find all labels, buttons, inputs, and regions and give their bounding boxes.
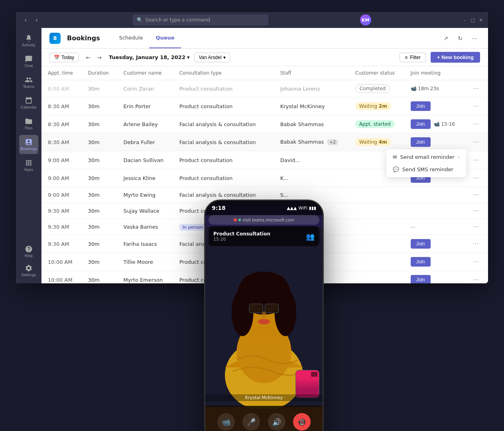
customer-status xyxy=(349,271,404,284)
sidebar-label-apps: Apps xyxy=(24,168,33,172)
appt-time: 8:30 AM xyxy=(41,115,82,133)
sidebar-item-chat[interactable]: Chat xyxy=(19,52,38,71)
more-actions: ··· xyxy=(465,169,488,187)
appt-time: 9:30 AM xyxy=(41,219,82,235)
duration: 30m xyxy=(82,271,117,284)
appt-time: 9:00 AM xyxy=(41,151,82,169)
user-avatar[interactable]: KM xyxy=(360,14,371,26)
more-icon[interactable]: ··· xyxy=(471,221,480,232)
phone-url-bar: visit.teams.microsoft.com xyxy=(209,215,319,225)
join-button[interactable]: Join xyxy=(411,275,431,283)
duration: 30m xyxy=(82,169,117,187)
staff: Babak Shammas +2 xyxy=(274,133,349,151)
join-meeting xyxy=(404,187,465,203)
duration: 30m xyxy=(82,97,117,115)
prev-date-button[interactable]: ← xyxy=(83,53,93,62)
tab-queue[interactable]: Queue xyxy=(149,28,181,48)
customer-name: Dacian Sullivan xyxy=(117,151,173,169)
join-button[interactable]: Join xyxy=(411,119,431,129)
sidebar-item-teams[interactable]: Teams xyxy=(19,73,38,92)
more-actions: ··· xyxy=(465,97,488,115)
svg-rect-11 xyxy=(266,305,278,312)
col-staff: Staff xyxy=(274,66,349,80)
sidebar-item-apps[interactable]: Apps xyxy=(19,156,38,175)
customer-status: Waiting 4m xyxy=(349,133,404,151)
duration: 30m xyxy=(82,151,117,169)
more-icon[interactable]: ··· xyxy=(471,137,480,148)
more-icon[interactable]: ··· xyxy=(471,155,480,166)
join-meeting xyxy=(404,203,465,219)
appt-time: 8:30 AM xyxy=(41,97,82,115)
search-icon: 🔍 xyxy=(137,17,143,23)
more-icon[interactable]: ··· xyxy=(471,190,480,200)
sms-icon: 💬 xyxy=(393,166,399,172)
more-icon[interactable]: ··· xyxy=(471,83,480,94)
join-button[interactable]: Join xyxy=(411,137,431,147)
open-external-button[interactable]: ↗ xyxy=(440,33,451,44)
close-button[interactable]: ✕ xyxy=(478,18,483,22)
video-toggle-button[interactable]: 📹 xyxy=(217,413,235,431)
mute-button[interactable]: 🎤 xyxy=(242,413,260,431)
chevron-right-icon: › xyxy=(458,154,460,160)
call-info-bar: Product Consultation 15:20 👥 xyxy=(209,226,319,246)
duration: 30m xyxy=(82,133,117,151)
sidebar-item-help[interactable]: Help xyxy=(19,242,38,261)
back-button[interactable]: ‹ xyxy=(21,15,30,25)
consultation-type: Facial analysis & consultation xyxy=(173,115,274,133)
col-duration: Duration xyxy=(82,66,117,80)
refresh-button[interactable]: ↻ xyxy=(455,33,466,44)
customer-status xyxy=(349,219,404,235)
end-call-button[interactable]: 📵 xyxy=(293,413,311,431)
consultation-type: Facial analysis & consultation xyxy=(173,133,274,151)
staff: Krystal McKinney xyxy=(274,97,349,115)
send-sms-reminder-item[interactable]: 💬 Send SMS reminder xyxy=(386,163,466,176)
app-header: B Bookings Schedule Queue ↗ ↻ ⋯ xyxy=(41,28,488,49)
more-button[interactable]: ⋯ xyxy=(469,33,480,44)
maximize-button[interactable]: □ xyxy=(471,18,475,22)
speaker-button[interactable]: 🔊 xyxy=(268,413,285,431)
svg-rect-10 xyxy=(250,305,262,312)
date-label[interactable]: Tuesday, January 18, 2022 ▾ xyxy=(109,54,189,60)
more-icon[interactable]: ··· xyxy=(471,119,480,130)
customer-name: Erin Porter xyxy=(117,97,173,115)
status-badge: Completed xyxy=(355,84,390,93)
tab-schedule[interactable]: Schedule xyxy=(113,28,150,48)
sidebar-item-bookings[interactable]: Bookings xyxy=(19,135,38,154)
forward-button[interactable]: › xyxy=(32,15,41,25)
sidebar-item-activity[interactable]: Activity xyxy=(19,31,38,50)
join-meeting: Join xyxy=(404,235,465,253)
van-arsdel-button[interactable]: Van Arsdel ▾ xyxy=(194,53,230,62)
search-bar[interactable]: 🔍 Search or type a command xyxy=(133,14,268,26)
join-button[interactable]: Join xyxy=(411,257,431,267)
more-icon[interactable]: ··· xyxy=(471,206,480,216)
new-booking-button[interactable]: + New booking xyxy=(431,52,480,63)
next-date-button[interactable]: → xyxy=(94,53,104,62)
sidebar-item-files[interactable]: Files xyxy=(19,114,38,133)
join-meeting: Join xyxy=(404,97,465,115)
join-meeting: Join xyxy=(404,271,465,284)
consultation-type: Product consultation xyxy=(173,169,274,187)
customer-name: Debra Fuller xyxy=(117,133,173,151)
join-button[interactable]: Join xyxy=(411,239,431,249)
sidebar-item-calendar[interactable]: Calendar xyxy=(19,93,38,113)
more-icon[interactable]: ··· xyxy=(471,257,480,267)
in-person-badge: In person xyxy=(179,224,206,231)
more-actions: ··· xyxy=(465,80,488,97)
join-button[interactable]: Join xyxy=(411,101,431,111)
filter-button[interactable]: ≡ Filter xyxy=(400,53,426,62)
today-button[interactable]: 📅 Today xyxy=(49,53,79,62)
more-icon[interactable]: ··· xyxy=(471,239,480,249)
more-icon[interactable]: ··· xyxy=(471,173,480,184)
more-icon[interactable]: ··· xyxy=(471,275,480,284)
send-sms-label: Send SMS reminder xyxy=(402,166,453,172)
more-actions: ··· xyxy=(465,253,488,271)
send-email-reminder-item[interactable]: ✉ Send email reminder › xyxy=(386,151,466,163)
more-icon[interactable]: ··· xyxy=(471,101,480,112)
customer-name: Sujay Wallace xyxy=(117,203,173,219)
more-actions: ··· xyxy=(465,115,488,133)
microphone-icon: 🎤 xyxy=(247,418,256,426)
status-badge: Waiting 4m xyxy=(355,138,391,146)
minimize-button[interactable]: – xyxy=(463,18,467,22)
sidebar-item-settings[interactable]: Settings xyxy=(19,261,38,280)
appt-time: 9:00 AM xyxy=(41,169,82,187)
